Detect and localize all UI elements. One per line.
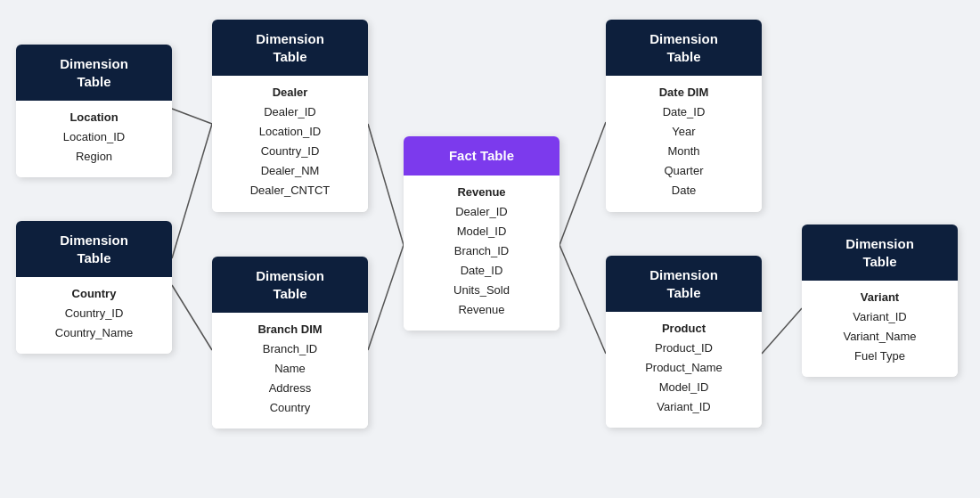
fact-field-4: Date_ID	[416, 261, 547, 281]
dealer-title: Dealer	[225, 83, 355, 102]
fact-field-3: Branch_ID	[416, 241, 547, 261]
product-field-4: Variant_ID	[618, 397, 749, 417]
variant-field-1: Variant_ID	[814, 307, 945, 327]
variant-title: Variant	[814, 288, 945, 307]
date-field-5: Date	[618, 181, 749, 200]
branch-field-4: Country	[225, 398, 355, 418]
svg-line-6	[559, 245, 606, 354]
variant-field-2: Variant_Name	[814, 327, 945, 347]
branch-body: Branch DIM Branch_ID Name Address Countr…	[212, 313, 368, 429]
fact-field-5: Units_Sold	[416, 281, 547, 300]
svg-line-3	[368, 124, 404, 245]
product-title: Product	[618, 319, 749, 339]
country-field-1: Country_ID	[29, 304, 159, 323]
branch-title: Branch DIM	[225, 320, 355, 339]
location-title: Location	[29, 108, 159, 127]
dealer-field-5: Dealer_CNTCT	[225, 181, 355, 200]
fact-field-1: Dealer_ID	[416, 202, 547, 222]
country-table: DimensionTable Country Country_ID Countr…	[16, 221, 172, 354]
location-field-2: Region	[29, 147, 159, 167]
dealer-body: Dealer Dealer_ID Location_ID Country_ID …	[212, 76, 368, 212]
fact-field-6: Revenue	[416, 300, 547, 320]
dealer-header: DimensionTable	[212, 20, 368, 76]
branch-field-2: Name	[225, 359, 355, 379]
svg-line-4	[368, 245, 404, 350]
svg-line-7	[762, 308, 802, 354]
branch-field-3: Address	[225, 379, 355, 398]
location-table: DimensionTable Location Location_ID Regi…	[16, 45, 172, 177]
product-field-2: Product_Name	[618, 358, 749, 378]
country-title: Country	[29, 284, 159, 304]
diagram-container: DimensionTable Location Location_ID Regi…	[0, 0, 980, 498]
product-body: Product Product_ID Product_Name Model_ID…	[606, 312, 762, 428]
product-field-1: Product_ID	[618, 339, 749, 358]
variant-field-3: Fuel Type	[814, 347, 945, 366]
product-header: DimensionTable	[606, 256, 762, 312]
date-body: Date DIM Date_ID Year Month Quarter Date	[606, 76, 762, 212]
svg-line-5	[559, 122, 606, 245]
variant-header: DimensionTable	[802, 225, 958, 281]
branch-table: DimensionTable Branch DIM Branch_ID Name…	[212, 257, 368, 429]
svg-line-2	[172, 285, 212, 350]
svg-line-0	[172, 109, 212, 124]
dealer-table: DimensionTable Dealer Dealer_ID Location…	[212, 20, 368, 212]
location-header: DimensionTable	[16, 45, 172, 101]
location-body: Location Location_ID Region	[16, 101, 172, 177]
dealer-field-2: Location_ID	[225, 122, 355, 142]
country-header: DimensionTable	[16, 221, 172, 277]
fact-title: Revenue	[416, 183, 547, 202]
country-field-2: Country_Name	[29, 323, 159, 343]
dealer-field-1: Dealer_ID	[225, 102, 355, 122]
variant-body: Variant Variant_ID Variant_Name Fuel Typ…	[802, 281, 958, 377]
dealer-field-4: Dealer_NM	[225, 161, 355, 181]
date-field-4: Quarter	[618, 161, 749, 181]
country-body: Country Country_ID Country_Name	[16, 277, 172, 354]
fact-body: Revenue Dealer_ID Model_ID Branch_ID Dat…	[404, 176, 559, 331]
date-field-3: Month	[618, 142, 749, 161]
date-field-2: Year	[618, 122, 749, 142]
fact-table: Fact Table Revenue Dealer_ID Model_ID Br…	[404, 136, 559, 331]
date-header: DimensionTable	[606, 20, 762, 76]
branch-header: DimensionTable	[212, 257, 368, 313]
branch-field-1: Branch_ID	[225, 339, 355, 359]
location-field-1: Location_ID	[29, 127, 159, 147]
variant-table: DimensionTable Variant Variant_ID Varian…	[802, 225, 958, 377]
product-field-3: Model_ID	[618, 378, 749, 397]
product-table: DimensionTable Product Product_ID Produc…	[606, 256, 762, 428]
date-title: Date DIM	[618, 83, 749, 102]
dealer-field-3: Country_ID	[225, 142, 355, 161]
fact-field-2: Model_ID	[416, 222, 547, 241]
date-table: DimensionTable Date DIM Date_ID Year Mon…	[606, 20, 762, 212]
fact-header: Fact Table	[404, 136, 559, 176]
svg-line-1	[172, 124, 212, 258]
date-field-1: Date_ID	[618, 102, 749, 122]
